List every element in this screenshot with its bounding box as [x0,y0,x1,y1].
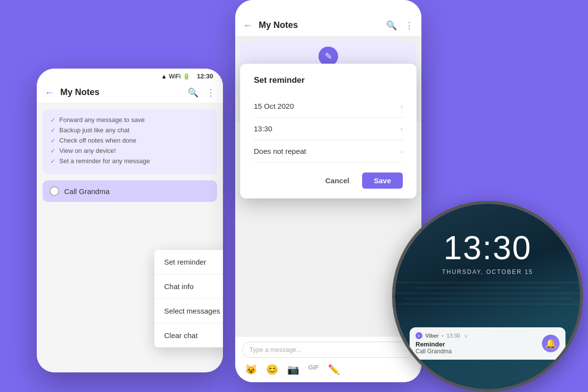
notification-avatar: 🔔 [542,335,560,352]
message-input-center[interactable]: Type a message... [242,342,415,358]
dialog-date-row[interactable]: 15 Oct 2020 › [254,95,403,118]
set-reminder-dialog: Set reminder 15 Oct 2020 › 13:30 › Does … [240,64,416,198]
message-row-left[interactable]: Call Grandma [43,180,217,202]
phone-left: ▲ WiFi 🔋 12:30 ← My Notes 🔍 ⋮ ✓ Forward … [37,69,223,372]
signal-icon: ▲ [161,73,167,80]
notification-app-row: V Viber • 13:30 ∨ [416,332,537,339]
battery-icon: 🔋 [183,73,190,80]
sticker-icon[interactable]: 😺 [245,364,257,375]
doodle-icon[interactable]: ✏️ [328,364,340,375]
message-text-left: Call Grandma [64,187,110,196]
note-text-5: Set a reminder for any message [59,157,150,165]
gif-icon[interactable]: GIF [308,364,319,375]
dialog-repeat-label: Does not repeat [254,147,306,155]
header-icons-left: 🔍 ⋮ [188,87,215,98]
dialog-time-row[interactable]: 13:30 › [254,118,403,140]
notification-app-name: Viber [425,333,439,339]
context-menu: Set reminder Chat info Select messages C… [154,250,223,347]
note-text-3: Check off notes when done [59,137,136,144]
note-text-1: Forward any message to save [59,116,145,123]
camera-icon[interactable]: 📷 [287,364,299,375]
dialog-time-arrow: › [400,125,403,133]
note-item-3: ✓ Check off notes when done [50,137,209,144]
note-item-2: ✓ Backup just like any chat [50,126,209,134]
check-3: ✓ [50,137,55,144]
app-title-left: My Notes [60,87,188,98]
save-button[interactable]: Save [362,172,403,189]
center-app-header: ← My Notes 🔍 ⋮ [235,0,421,36]
notification-title: Reminder [416,341,537,348]
emoji-toolbar: 😺 😊 📷 GIF ✏️ [242,362,415,377]
app-header-left: ← My Notes 🔍 ⋮ [37,82,223,103]
dialog-date-arrow: › [400,102,403,110]
emoji-icon[interactable]: 😊 [266,364,278,375]
check-5: ✓ [50,158,55,165]
expand-icon: ∨ [464,333,467,339]
dialog-buttons: Cancel Save [254,172,403,189]
notification-avatar-icon: 🔔 [545,338,556,349]
note-item-5: ✓ Set a reminder for any message [50,157,209,165]
dialog-repeat-row[interactable]: Does not repeat › [254,140,403,163]
smartwatch: 13:30 THURSDAY, OCTOBER 15 V Viber • 13:… [392,201,583,392]
welcome-icon: ✎ [318,47,338,66]
check-1: ✓ [50,117,55,123]
status-bar-left: ▲ WiFi 🔋 12:30 [37,69,223,82]
notification-time: 13:30 [446,333,460,339]
context-menu-item-clear-chat[interactable]: Clear chat [154,323,223,347]
status-time-left: 12:30 [197,73,213,80]
center-header-icons: 🔍 ⋮ [386,20,414,31]
watch-time-display: 13:30 [443,228,532,267]
check-4: ✓ [50,147,55,154]
check-2: ✓ [50,127,55,134]
back-arrow-left[interactable]: ← [45,87,54,98]
dialog-title: Set reminder [254,75,403,85]
center-input-area: Type a message... 😺 😊 📷 GIF ✏️ [235,336,421,382]
search-icon-left[interactable]: 🔍 [188,87,198,98]
context-menu-item-set-reminder[interactable]: Set reminder [154,250,223,274]
cancel-button[interactable]: Cancel [318,172,356,189]
radio-button[interactable] [49,186,59,196]
watch-date-display: THURSDAY, OCTOBER 15 [442,269,533,275]
dialog-date-label: 15 Oct 2020 [254,102,294,110]
note-text-2: Backup just like any chat [59,126,129,134]
search-icon-center[interactable]: 🔍 [386,20,397,31]
context-menu-item-chat-info[interactable]: Chat info [154,274,223,299]
dialog-time-label: 13:30 [254,124,272,133]
notification-body: Call Grandma [416,348,537,355]
notes-content-left: ✓ Forward any message to save ✓ Backup j… [43,109,217,174]
note-item-1: ✓ Forward any message to save [50,116,209,123]
center-app-title: My Notes [259,20,386,30]
watch-notification-card: V Viber • 13:30 ∨ Reminder Call Grandma … [410,327,565,360]
notification-bullet: • [441,333,443,339]
watch-background: 13:30 THURSDAY, OCTOBER 15 V Viber • 13:… [395,204,580,389]
note-item-4: ✓ View on any device! [50,147,209,154]
welcome-badge: ✎ [247,47,410,66]
status-icons: ▲ WiFi 🔋 [161,73,190,80]
viber-app-icon: V [416,332,422,339]
back-arrow-center[interactable]: ← [243,20,253,31]
dialog-repeat-arrow: › [400,147,403,155]
notification-content: V Viber • 13:30 ∨ Reminder Call Grandma [416,332,537,355]
more-icon-center[interactable]: ⋮ [405,20,414,31]
context-menu-item-select-messages[interactable]: Select messages [154,299,223,323]
more-icon-left[interactable]: ⋮ [206,87,215,98]
wifi-icon: WiFi [169,73,181,80]
note-text-4: View on any device! [59,147,116,154]
